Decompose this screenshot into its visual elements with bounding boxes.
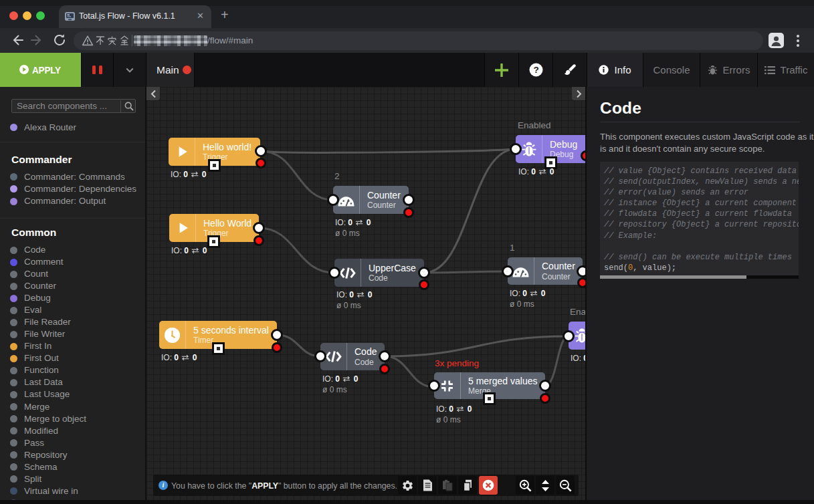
svg-text:?: ? bbox=[533, 65, 538, 75]
